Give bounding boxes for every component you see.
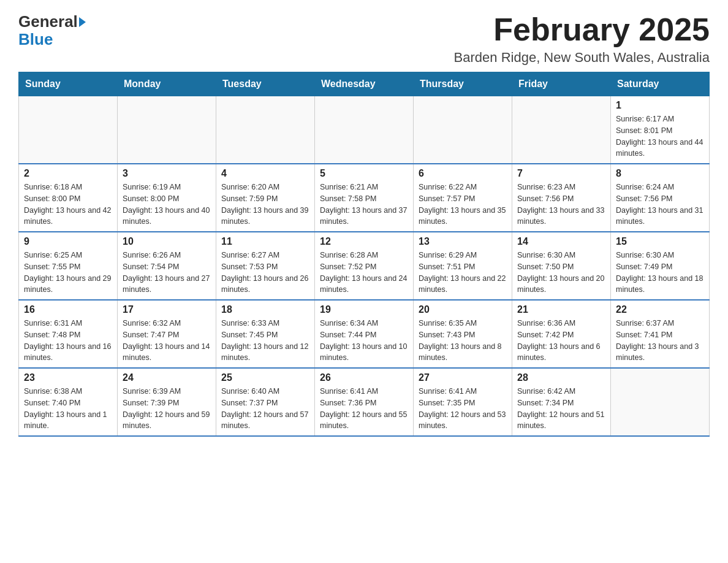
day-info: Sunrise: 6:25 AMSunset: 7:55 PMDaylight:… <box>24 250 112 296</box>
col-saturday: Saturday <box>611 72 710 96</box>
calendar-day: 4Sunrise: 6:20 AMSunset: 7:59 PMDaylight… <box>216 164 315 232</box>
col-monday: Monday <box>118 72 216 96</box>
calendar-day: 15Sunrise: 6:30 AMSunset: 7:49 PMDayligh… <box>611 232 710 300</box>
day-number: 14 <box>517 236 605 247</box>
day-info: Sunrise: 6:33 AMSunset: 7:45 PMDaylight:… <box>221 318 309 364</box>
calendar-day: 22Sunrise: 6:37 AMSunset: 7:41 PMDayligh… <box>611 300 710 368</box>
col-thursday: Thursday <box>414 72 512 96</box>
day-number: 27 <box>419 372 507 383</box>
calendar-day: 14Sunrise: 6:30 AMSunset: 7:50 PMDayligh… <box>512 232 611 300</box>
day-info: Sunrise: 6:26 AMSunset: 7:54 PMDaylight:… <box>123 250 211 296</box>
day-number: 8 <box>616 168 704 179</box>
calendar-day <box>216 96 315 164</box>
day-info: Sunrise: 6:37 AMSunset: 7:41 PMDaylight:… <box>616 318 704 364</box>
day-number: 9 <box>24 236 112 247</box>
day-info: Sunrise: 6:23 AMSunset: 7:56 PMDaylight:… <box>517 182 605 228</box>
calendar-day: 27Sunrise: 6:41 AMSunset: 7:35 PMDayligh… <box>414 368 512 436</box>
calendar-day: 16Sunrise: 6:31 AMSunset: 7:48 PMDayligh… <box>19 300 118 368</box>
day-info: Sunrise: 6:36 AMSunset: 7:42 PMDaylight:… <box>517 318 605 364</box>
day-info: Sunrise: 6:34 AMSunset: 7:44 PMDaylight:… <box>320 318 408 364</box>
calendar-week-3: 9Sunrise: 6:25 AMSunset: 7:55 PMDaylight… <box>19 232 710 300</box>
calendar-day <box>414 96 512 164</box>
day-info: Sunrise: 6:40 AMSunset: 7:37 PMDaylight:… <box>221 386 309 432</box>
calendar-day: 11Sunrise: 6:27 AMSunset: 7:53 PMDayligh… <box>216 232 315 300</box>
calendar-day: 6Sunrise: 6:22 AMSunset: 7:57 PMDaylight… <box>414 164 512 232</box>
day-info: Sunrise: 6:28 AMSunset: 7:52 PMDaylight:… <box>320 250 408 296</box>
day-number: 19 <box>320 304 408 315</box>
calendar-day: 21Sunrise: 6:36 AMSunset: 7:42 PMDayligh… <box>512 300 611 368</box>
day-number: 2 <box>24 168 112 179</box>
calendar-day: 24Sunrise: 6:39 AMSunset: 7:39 PMDayligh… <box>118 368 216 436</box>
day-info: Sunrise: 6:42 AMSunset: 7:34 PMDaylight:… <box>517 386 605 432</box>
day-number: 17 <box>123 304 211 315</box>
day-info: Sunrise: 6:31 AMSunset: 7:48 PMDaylight:… <box>24 318 112 364</box>
day-info: Sunrise: 6:20 AMSunset: 7:59 PMDaylight:… <box>221 182 309 228</box>
calendar-day: 9Sunrise: 6:25 AMSunset: 7:55 PMDaylight… <box>19 232 118 300</box>
day-info: Sunrise: 6:41 AMSunset: 7:36 PMDaylight:… <box>320 386 408 432</box>
calendar-day: 12Sunrise: 6:28 AMSunset: 7:52 PMDayligh… <box>315 232 414 300</box>
calendar-day: 19Sunrise: 6:34 AMSunset: 7:44 PMDayligh… <box>315 300 414 368</box>
calendar-day <box>512 96 611 164</box>
day-number: 24 <box>123 372 211 383</box>
calendar-day: 8Sunrise: 6:24 AMSunset: 7:56 PMDaylight… <box>611 164 710 232</box>
day-info: Sunrise: 6:29 AMSunset: 7:51 PMDaylight:… <box>419 250 507 296</box>
calendar-week-1: 1Sunrise: 6:17 AMSunset: 8:01 PMDaylight… <box>19 96 710 164</box>
day-info: Sunrise: 6:21 AMSunset: 7:58 PMDaylight:… <box>320 182 408 228</box>
day-info: Sunrise: 6:38 AMSunset: 7:40 PMDaylight:… <box>24 386 112 432</box>
day-number: 10 <box>123 236 211 247</box>
calendar-day <box>611 368 710 436</box>
calendar-day: 5Sunrise: 6:21 AMSunset: 7:58 PMDaylight… <box>315 164 414 232</box>
calendar-day: 17Sunrise: 6:32 AMSunset: 7:47 PMDayligh… <box>118 300 216 368</box>
title-block: February 2025 Barden Ridge, New South Wa… <box>454 12 710 66</box>
calendar-day <box>315 96 414 164</box>
day-info: Sunrise: 6:30 AMSunset: 7:49 PMDaylight:… <box>616 250 704 296</box>
calendar-day: 10Sunrise: 6:26 AMSunset: 7:54 PMDayligh… <box>118 232 216 300</box>
day-info: Sunrise: 6:39 AMSunset: 7:39 PMDaylight:… <box>123 386 211 432</box>
day-number: 26 <box>320 372 408 383</box>
calendar-day: 23Sunrise: 6:38 AMSunset: 7:40 PMDayligh… <box>19 368 118 436</box>
day-number: 18 <box>221 304 309 315</box>
page-title: February 2025 <box>454 12 710 47</box>
calendar-day <box>19 96 118 164</box>
day-number: 3 <box>123 168 211 179</box>
day-number: 11 <box>221 236 309 247</box>
day-info: Sunrise: 6:35 AMSunset: 7:43 PMDaylight:… <box>419 318 507 364</box>
calendar-day: 1Sunrise: 6:17 AMSunset: 8:01 PMDaylight… <box>611 96 710 164</box>
calendar-week-5: 23Sunrise: 6:38 AMSunset: 7:40 PMDayligh… <box>19 368 710 436</box>
col-sunday: Sunday <box>19 72 118 96</box>
calendar-day: 20Sunrise: 6:35 AMSunset: 7:43 PMDayligh… <box>414 300 512 368</box>
day-number: 16 <box>24 304 112 315</box>
day-info: Sunrise: 6:30 AMSunset: 7:50 PMDaylight:… <box>517 250 605 296</box>
day-number: 22 <box>616 304 704 315</box>
day-info: Sunrise: 6:32 AMSunset: 7:47 PMDaylight:… <box>123 318 211 364</box>
calendar-day: 28Sunrise: 6:42 AMSunset: 7:34 PMDayligh… <box>512 368 611 436</box>
day-number: 23 <box>24 372 112 383</box>
day-info: Sunrise: 6:19 AMSunset: 8:00 PMDaylight:… <box>123 182 211 228</box>
calendar-day: 7Sunrise: 6:23 AMSunset: 7:56 PMDaylight… <box>512 164 611 232</box>
day-number: 25 <box>221 372 309 383</box>
header-row: Sunday Monday Tuesday Wednesday Thursday… <box>19 72 710 96</box>
day-number: 12 <box>320 236 408 247</box>
day-info: Sunrise: 6:17 AMSunset: 8:01 PMDaylight:… <box>616 113 704 159</box>
calendar-week-2: 2Sunrise: 6:18 AMSunset: 8:00 PMDaylight… <box>19 164 710 232</box>
day-number: 5 <box>320 168 408 179</box>
col-tuesday: Tuesday <box>216 72 315 96</box>
calendar-day: 26Sunrise: 6:41 AMSunset: 7:36 PMDayligh… <box>315 368 414 436</box>
day-number: 21 <box>517 304 605 315</box>
page-header: General Blue February 2025 Barden Ridge,… <box>18 12 710 66</box>
day-number: 6 <box>419 168 507 179</box>
calendar-day: 2Sunrise: 6:18 AMSunset: 8:00 PMDaylight… <box>19 164 118 232</box>
calendar-day: 25Sunrise: 6:40 AMSunset: 7:37 PMDayligh… <box>216 368 315 436</box>
logo-blue-text: Blue <box>18 30 53 49</box>
day-number: 28 <box>517 372 605 383</box>
calendar-header: Sunday Monday Tuesday Wednesday Thursday… <box>19 72 710 96</box>
logo-general-text: General <box>18 12 78 31</box>
calendar-body: 1Sunrise: 6:17 AMSunset: 8:01 PMDaylight… <box>19 96 710 437</box>
day-number: 1 <box>616 100 704 111</box>
day-number: 20 <box>419 304 507 315</box>
calendar-week-4: 16Sunrise: 6:31 AMSunset: 7:48 PMDayligh… <box>19 300 710 368</box>
logo-triangle-icon <box>79 17 86 27</box>
day-info: Sunrise: 6:27 AMSunset: 7:53 PMDaylight:… <box>221 250 309 296</box>
day-info: Sunrise: 6:24 AMSunset: 7:56 PMDaylight:… <box>616 182 704 228</box>
day-number: 4 <box>221 168 309 179</box>
